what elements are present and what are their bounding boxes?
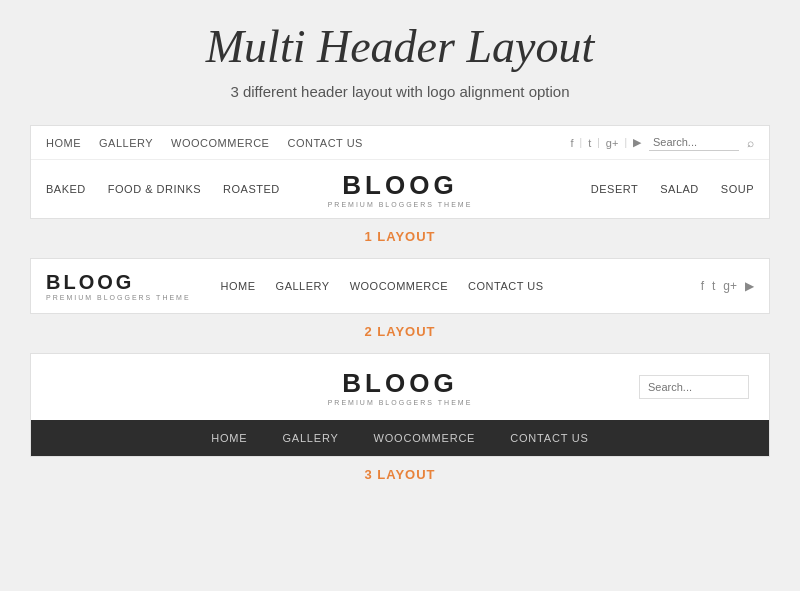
page-subtitle: 3 different header layout with logo alig…	[0, 83, 800, 100]
nav3-home[interactable]: HOME	[211, 432, 247, 444]
twitter-icon[interactable]: t	[588, 137, 591, 149]
logo-sub: PREMIUM BLOGGERS THEME	[282, 201, 518, 208]
layout2-main: BLOOG PREMIUM BLOGGERS THEME HOME GALLER…	[31, 259, 769, 313]
layout1-top-right: f | t | g+ | ▶ ⌕	[571, 134, 755, 151]
nav2-woocommerce[interactable]: WOOCOMMERCE	[350, 280, 448, 292]
googleplus-icon-2[interactable]: g+	[723, 279, 737, 293]
nav2-contact[interactable]: CONTACT US	[468, 280, 544, 292]
divider: |	[597, 137, 600, 148]
nav3-gallery[interactable]: GALLERY	[282, 432, 338, 444]
nav1-gallery[interactable]: GALLERY	[99, 137, 153, 149]
logo-text: BLOOG	[282, 170, 518, 201]
layout1-container: HOME GALLERY WOOCOMMERCE CONTACT US f | …	[30, 125, 770, 219]
youtube-icon[interactable]: ▶	[633, 136, 641, 149]
nav3-contact[interactable]: CONTACT US	[510, 432, 589, 444]
layout1-social: f | t | g+ | ▶	[571, 136, 642, 149]
search-input[interactable]	[649, 134, 739, 151]
nav1-soup[interactable]: SOUP	[721, 183, 754, 195]
layout1-top-nav: HOME GALLERY WOOCOMMERCE CONTACT US	[46, 137, 363, 149]
googleplus-icon[interactable]: g+	[606, 137, 619, 149]
nav3-woocommerce[interactable]: WOOCOMMERCE	[374, 432, 476, 444]
layout3-search-area	[516, 375, 749, 399]
logo-sub-2: PREMIUM BLOGGERS THEME	[46, 294, 191, 301]
page-title: Multi Header Layout	[0, 20, 800, 73]
layout3-bottom-nav: HOME GALLERY WOOCOMMERCE CONTACT US	[31, 420, 769, 456]
search-icon[interactable]: ⌕	[747, 136, 754, 150]
layout3-logo: BLOOG PREMIUM BLOGGERS THEME	[284, 368, 517, 406]
facebook-icon[interactable]: f	[571, 137, 574, 149]
twitter-icon-2[interactable]: t	[712, 279, 715, 293]
layout1-topbar: HOME GALLERY WOOCOMMERCE CONTACT US f | …	[31, 126, 769, 160]
divider: |	[580, 137, 583, 148]
layout1-logo: BLOOG PREMIUM BLOGGERS THEME	[282, 170, 518, 208]
layout1-label: 1 LAYOUT	[0, 229, 800, 244]
nav1-baked[interactable]: BAKED	[46, 183, 86, 195]
nav1-desert[interactable]: DESERT	[591, 183, 638, 195]
layout2-nav: HOME GALLERY WOOCOMMERCE CONTACT US	[221, 280, 701, 292]
logo-sub-3: PREMIUM BLOGGERS THEME	[284, 399, 517, 406]
divider: |	[624, 137, 627, 148]
layout2-social: f t g+ ▶	[701, 279, 754, 293]
logo-text-3: BLOOG	[284, 368, 517, 399]
page-wrapper: Multi Header Layout 3 different header l…	[0, 0, 800, 526]
nav1-salad[interactable]: SALAD	[660, 183, 699, 195]
youtube-icon-2[interactable]: ▶	[745, 279, 754, 293]
nav1-contact[interactable]: CONTACT US	[287, 137, 363, 149]
nav1-home[interactable]: HOME	[46, 137, 81, 149]
layout3-top: BLOOG PREMIUM BLOGGERS THEME	[31, 354, 769, 420]
layout1-right-nav: DESERT SALAD SOUP	[518, 183, 754, 195]
search-input-3[interactable]	[639, 375, 749, 399]
layout3-label: 3 LAYOUT	[0, 467, 800, 482]
nav2-home[interactable]: HOME	[221, 280, 256, 292]
nav1-roasted[interactable]: ROASTED	[223, 183, 280, 195]
nav1-food[interactable]: FOOD & DRINKS	[108, 183, 201, 195]
layout2-label: 2 LAYOUT	[0, 324, 800, 339]
layout2-container: BLOOG PREMIUM BLOGGERS THEME HOME GALLER…	[30, 258, 770, 314]
layout1-left-nav: BAKED FOOD & DRINKS ROASTED	[46, 183, 282, 195]
logo-text-2: BLOOG	[46, 271, 191, 294]
layout3-container: BLOOG PREMIUM BLOGGERS THEME HOME GALLER…	[30, 353, 770, 457]
nav1-woocommerce[interactable]: WOOCOMMERCE	[171, 137, 269, 149]
layout2-logo: BLOOG PREMIUM BLOGGERS THEME	[46, 271, 191, 301]
layout1-main: BAKED FOOD & DRINKS ROASTED BLOOG PREMIU…	[31, 160, 769, 218]
nav2-gallery[interactable]: GALLERY	[276, 280, 330, 292]
facebook-icon-2[interactable]: f	[701, 279, 704, 293]
